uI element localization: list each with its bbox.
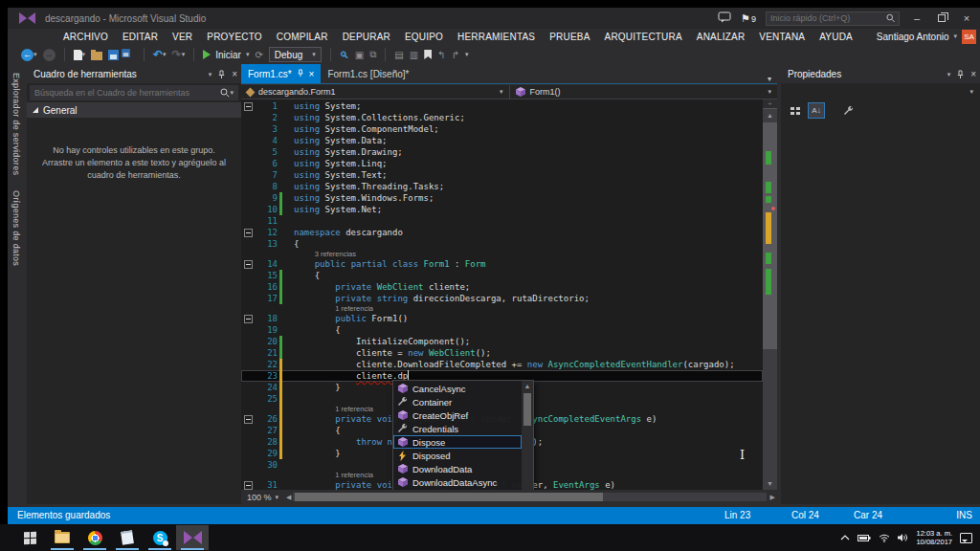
properties-object-dropdown[interactable]: ▾ — [784, 85, 977, 99]
user-avatar[interactable]: SA — [962, 30, 976, 44]
new-file-icon[interactable] — [74, 50, 82, 60]
fold-collapse-icon[interactable] — [244, 415, 253, 424]
code-line-1[interactable]: 1using System; — [241, 100, 763, 112]
code-line-20[interactable]: 20 InitializeComponent(); — [241, 336, 763, 347]
intellisense-scrollbar[interactable]: ▲ ▼ — [522, 381, 533, 490]
code-line-22[interactable]: 22 cliente.DownloadFileCompleted += new … — [241, 359, 763, 370]
redo-chevron-icon[interactable]: ▾ — [182, 51, 186, 58]
comment-icon[interactable]: ▤ — [394, 50, 403, 60]
close-button[interactable]: × — [959, 12, 974, 24]
code-line-21[interactable]: 21 cliente = new WebClient(); — [241, 347, 763, 359]
scroll-up-icon[interactable]: ▲ — [763, 110, 777, 121]
fold-collapse-icon[interactable] — [244, 315, 253, 323]
start-debug-button[interactable]: Iniciar▾ — [203, 50, 249, 60]
properties-window-chevron-icon[interactable]: ▾ — [947, 71, 951, 78]
code-line-5[interactable]: 5using System.Drawing; — [241, 146, 763, 158]
codelens-references[interactable]: 1 referencia — [283, 471, 373, 479]
taskbar-chrome[interactable] — [78, 525, 111, 550]
codelens-references[interactable]: 3 referencias — [283, 250, 356, 258]
code-line-16[interactable]: 16 private WebClient cliente; — [241, 281, 763, 293]
completion-item-cancelasync[interactable]: CancelAsync — [393, 382, 522, 395]
undo-icon[interactable]: ↶ — [153, 48, 163, 61]
document-well-chevron-icon[interactable]: ▾ — [768, 75, 777, 83]
taskbar-visual-studio[interactable] — [176, 525, 209, 550]
next-bookmark-icon[interactable]: ↱ — [452, 50, 459, 60]
previous-bookmark-icon[interactable]: ↰ — [437, 50, 445, 60]
tab-close-icon[interactable]: × — [309, 69, 315, 79]
navigate-forward-button[interactable]: → — [43, 49, 56, 61]
menu-proyecto[interactable]: PROYECTO — [207, 32, 262, 42]
editor-horizontal-scrollbar[interactable] — [293, 493, 766, 501]
code-line-2[interactable]: 2using System.Collections.Generic; — [241, 112, 763, 123]
code-line-13[interactable]: 13{ — [241, 238, 763, 250]
start-button[interactable] — [13, 525, 46, 550]
tab-form1-cs-dise-o[interactable]: Form1.cs [Diseño]* — [321, 64, 415, 83]
fold-collapse-icon[interactable] — [244, 260, 253, 269]
editor-vertical-scrollbar[interactable]: ÷ ▲ ▼ — [763, 99, 777, 490]
wifi-icon[interactable] — [879, 534, 890, 542]
codelens-references[interactable]: 1 referencia — [283, 304, 373, 313]
completion-item-downloaddataasync[interactable]: DownloadDataAsync — [393, 475, 522, 489]
code-line-3[interactable]: 3using System.ComponentModel; — [241, 123, 763, 135]
find-in-files-icon[interactable]: 🔍︎ — [340, 50, 349, 60]
taskbar-clock[interactable]: 12:03 a. m. 10/08/2017 — [916, 529, 952, 546]
member-dropdown[interactable]: Form1() ▾ — [510, 85, 778, 99]
taskbar-skype[interactable]: S — [144, 525, 176, 550]
code-line-18[interactable]: 18 public Form1() — [241, 313, 763, 324]
scroll-right-icon[interactable]: ▶ — [768, 494, 777, 501]
user-name[interactable]: Santiago Antonio — [877, 32, 949, 42]
code-line-12[interactable]: 12namespace descargando — [241, 227, 763, 238]
navigate-back-chevron-icon[interactable]: ▾ — [33, 51, 37, 58]
menu-compilar[interactable]: COMPILAR — [277, 32, 328, 42]
horizontal-scroll-thumb[interactable] — [295, 493, 603, 501]
menu-equipo[interactable]: EQUIPO — [405, 32, 443, 42]
scroll-down-icon[interactable]: ▼ — [763, 478, 777, 490]
toolbox-search-box[interactable]: ▾ — [30, 85, 238, 100]
taskbar-notepad[interactable] — [111, 525, 144, 550]
fold-collapse-icon[interactable] — [244, 102, 253, 111]
menu-archivo[interactable]: ARCHIVO — [63, 32, 108, 42]
editor-split-handle[interactable]: ÷ — [763, 99, 777, 109]
uncomment-icon[interactable]: ▥ — [410, 50, 418, 60]
code-line-9[interactable]: 9using System.Windows.Forms; — [241, 192, 763, 204]
toolbox-search-chevron-icon[interactable]: ▾ — [230, 89, 234, 97]
menu-ayuda[interactable]: AYUDA — [819, 32, 853, 42]
menu-arquitectura[interactable]: ARQUITECTURA — [605, 32, 682, 42]
completion-item-dispose[interactable]: Dispose — [393, 435, 522, 449]
save-all-icon[interactable] — [122, 49, 130, 57]
scroll-up-icon[interactable]: ▲ — [522, 381, 533, 391]
toolbox-section-general[interactable]: General — [27, 102, 241, 118]
toolbox-close-icon[interactable]: × — [232, 69, 237, 79]
scroll-left-icon[interactable]: ◀ — [284, 494, 293, 501]
completion-item-disposed[interactable]: Disposed — [393, 449, 522, 462]
toolbox-pin-icon[interactable] — [217, 70, 226, 79]
code-line-15[interactable]: 15 { — [241, 270, 763, 281]
refresh-icon[interactable]: ⟳ — [255, 50, 262, 60]
feedback-icon[interactable] — [718, 10, 731, 27]
bookmark-icon[interactable] — [424, 50, 432, 59]
side-tab-explorador-de-servidores[interactable]: Explorador de servidores — [11, 65, 21, 183]
code-line-10[interactable]: 10using System.Net; — [241, 204, 763, 215]
intellisense-scroll-thumb[interactable] — [523, 393, 531, 426]
completion-item-createobjref[interactable]: CreateObjRef — [393, 408, 522, 422]
code-editor[interactable]: 1using System;2using System.Collections.… — [241, 99, 777, 490]
completion-item-container[interactable]: Container — [393, 395, 522, 408]
code-line-8[interactable]: 8using System.Threading.Tasks; — [241, 181, 763, 192]
menu-prueba[interactable]: PRUEBA — [549, 32, 590, 42]
tab-form1-cs[interactable]: Form1.cs*× — [241, 64, 321, 83]
code-line-6[interactable]: 6using System.Linq; — [241, 158, 763, 169]
minimize-button[interactable]: – — [909, 12, 924, 24]
solution-configuration-dropdown[interactable]: Debug▾ — [269, 47, 322, 62]
editor-zoom-dropdown[interactable]: 100 %▾ — [241, 493, 284, 502]
tray-expand-chevron-icon[interactable] — [840, 535, 850, 540]
menu-depurar[interactable]: DEPURAR — [343, 32, 390, 42]
menu-ventana[interactable]: VENTANA — [759, 32, 805, 42]
type-dropdown[interactable]: descargando.Form1 ▾ — [241, 85, 510, 99]
menu-editar[interactable]: EDITAR — [122, 32, 158, 42]
menu-ver[interactable]: VER — [172, 32, 192, 42]
tab-pin-icon[interactable] — [297, 69, 304, 79]
code-line-14[interactable]: 14 public partial class Form1 : Form — [241, 258, 763, 270]
properties-window-icon[interactable]: ⧉ — [369, 49, 376, 60]
property-pages-button[interactable] — [840, 102, 858, 119]
menu-herramientas[interactable]: HERRAMIENTAS — [457, 32, 535, 42]
